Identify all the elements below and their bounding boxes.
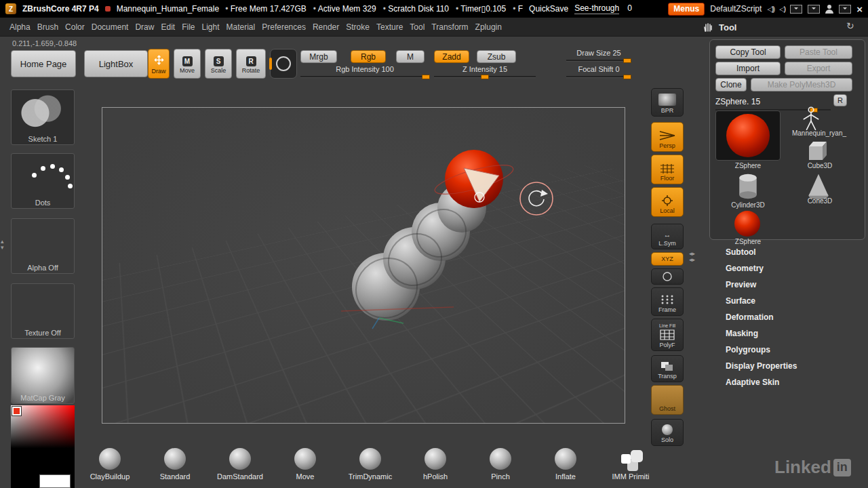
local-button[interactable]: Local bbox=[651, 187, 684, 217]
copy-tool-button[interactable]: Copy Tool bbox=[715, 45, 781, 59]
texture-thumbnail[interactable]: Texture Off bbox=[11, 283, 75, 339]
user-icon[interactable] bbox=[825, 5, 833, 14]
brush-item[interactable]: Move bbox=[275, 445, 335, 488]
close-icon[interactable]: × bbox=[856, 3, 863, 14]
display-capture-icon[interactable] bbox=[790, 5, 802, 14]
menu-item[interactable]: Zplugin bbox=[475, 22, 502, 32]
material-thumbnail[interactable]: MatCap Gray bbox=[11, 347, 75, 404]
menus-button[interactable]: Menus bbox=[668, 3, 705, 16]
tool-section[interactable]: Surface bbox=[709, 293, 865, 309]
menu-item[interactable]: Color bbox=[65, 22, 85, 32]
stroke-thumbnail[interactable]: Sketch 1 bbox=[11, 89, 75, 145]
tool-section[interactable]: Deformation bbox=[709, 309, 865, 325]
home-page-button[interactable]: Home Page bbox=[11, 50, 76, 77]
tool-section[interactable]: Subtool bbox=[709, 244, 865, 260]
rgb-button[interactable]: Rgb bbox=[351, 50, 386, 63]
scale-mode-button[interactable]: S Scale bbox=[205, 49, 232, 79]
z-intensity-slider[interactable]: Z Intensity 15 bbox=[434, 65, 536, 77]
brush-item[interactable]: Inflate bbox=[536, 445, 595, 488]
slider-handle[interactable] bbox=[623, 75, 631, 79]
rotate-gizmo[interactable] bbox=[520, 182, 553, 215]
right-tray-handle[interactable]: ◂▸◂▸ bbox=[689, 251, 695, 263]
brush-item[interactable]: IMM Primiti bbox=[601, 445, 660, 488]
focal-shift-slider[interactable]: Focal Shift 0 bbox=[566, 65, 631, 77]
menu-item[interactable]: Material bbox=[226, 22, 256, 32]
brush-item[interactable]: hPolish bbox=[406, 445, 465, 488]
zsub-button[interactable]: Zsub bbox=[477, 50, 516, 63]
bpr-button[interactable]: BPR bbox=[651, 88, 684, 117]
menu-item[interactable]: Transform bbox=[431, 22, 468, 32]
viewport-canvas[interactable] bbox=[102, 107, 625, 424]
brush-item[interactable]: Standard bbox=[145, 445, 205, 488]
menu-item[interactable]: Render bbox=[313, 22, 339, 32]
left-tray-handle[interactable]: ▴▾ bbox=[1, 239, 4, 251]
frame-button[interactable]: Frame bbox=[651, 287, 684, 316]
see-through-slider[interactable]: See-through 0 bbox=[574, 3, 632, 14]
tool-section[interactable]: Polygroups bbox=[709, 342, 865, 358]
menu-item[interactable]: Texture bbox=[376, 22, 403, 32]
solo-button[interactable]: Solo bbox=[651, 419, 684, 446]
current-brush-button[interactable] bbox=[270, 49, 297, 79]
brush-item[interactable]: Pinch bbox=[471, 445, 530, 488]
tool-palette-header[interactable]: Tool bbox=[703, 18, 736, 37]
cylinder3d-tool-thumbnail[interactable] bbox=[734, 173, 762, 203]
workspace-icon[interactable] bbox=[839, 5, 851, 14]
move-mode-button[interactable]: M Move bbox=[174, 49, 201, 79]
draw-size-slider[interactable]: Draw Size 25 bbox=[566, 49, 631, 61]
tool-section[interactable]: Geometry bbox=[709, 260, 865, 277]
slider-handle[interactable] bbox=[623, 58, 631, 63]
menu-item[interactable]: Brush bbox=[37, 22, 58, 32]
make-polymesh3d-button[interactable]: Make PolyMesh3D bbox=[751, 78, 852, 92]
m-button[interactable]: M bbox=[396, 50, 425, 63]
menu-item[interactable]: Document bbox=[92, 22, 129, 32]
persp-button[interactable]: Persp bbox=[651, 122, 684, 152]
menu-item[interactable]: Preferences bbox=[262, 22, 306, 32]
menu-item[interactable]: Alpha bbox=[9, 22, 31, 32]
rgb-intensity-slider[interactable]: Rgb Intensity 100 bbox=[300, 65, 429, 77]
brush-item[interactable]: DamStandard bbox=[210, 445, 270, 488]
menu-item[interactable]: Stroke bbox=[346, 22, 370, 32]
spin-button[interactable] bbox=[651, 268, 684, 285]
floor-button[interactable]: Floor bbox=[651, 155, 684, 184]
menu-item[interactable]: Light bbox=[202, 22, 220, 32]
tool-section[interactable]: Preview bbox=[709, 277, 865, 293]
quicksave-button[interactable]: QuickSave bbox=[529, 4, 568, 14]
refresh-icon[interactable]: ↻ bbox=[846, 20, 854, 31]
stroke-dots-thumbnail[interactable]: Dots bbox=[11, 153, 75, 209]
slider-handle[interactable] bbox=[481, 75, 489, 79]
menu-item[interactable]: Draw bbox=[135, 22, 154, 32]
restore-button[interactable]: R bbox=[833, 94, 847, 106]
display-export-icon[interactable] bbox=[808, 5, 820, 14]
ghost-button[interactable]: Ghost bbox=[651, 385, 684, 415]
xyz-button[interactable]: XYZ bbox=[651, 252, 684, 266]
selected-color-swatch[interactable] bbox=[12, 407, 21, 415]
audio-record-icon[interactable]: ◁) bbox=[779, 3, 785, 14]
draw-mode-button[interactable]: Draw bbox=[148, 49, 170, 79]
clone-button[interactable]: Clone bbox=[715, 78, 747, 92]
lsym-button[interactable]: ↔ L.Sym bbox=[651, 224, 684, 249]
cube3d-tool-thumbnail[interactable] bbox=[805, 139, 829, 165]
brush-item[interactable]: ClayBuildup bbox=[80, 445, 140, 488]
slider-handle[interactable] bbox=[422, 75, 430, 79]
menu-item[interactable]: Edit bbox=[161, 22, 175, 32]
zscript-button[interactable]: DefaultZScript bbox=[710, 4, 762, 14]
export-button[interactable]: Export bbox=[785, 62, 852, 75]
brush-item[interactable]: TrimDynamic bbox=[340, 445, 400, 488]
menu-item[interactable]: File bbox=[182, 22, 195, 32]
import-button[interactable]: Import bbox=[715, 62, 781, 75]
tool-section[interactable]: Display Properties bbox=[709, 358, 865, 374]
tool-section[interactable]: Adaptive Skin bbox=[709, 374, 865, 390]
active-tool-thumbnail[interactable] bbox=[715, 110, 781, 161]
menu-item[interactable]: Tool bbox=[410, 22, 425, 32]
alpha-thumbnail[interactable]: Alpha Off bbox=[11, 218, 75, 274]
zadd-button[interactable]: Zadd bbox=[434, 50, 469, 63]
audio-icon[interactable]: ◁)) bbox=[767, 3, 774, 14]
rotate-mode-button[interactable]: R Rotate bbox=[236, 49, 266, 79]
polyf-button[interactable]: Line Fill PolyF bbox=[651, 319, 684, 351]
lightbox-button[interactable]: LightBox bbox=[84, 50, 148, 77]
secondary-color-swatch[interactable] bbox=[39, 474, 71, 488]
mrgb-button[interactable]: Mrgb bbox=[300, 50, 337, 63]
tool-section[interactable]: Masking bbox=[709, 325, 865, 342]
transp-button[interactable]: Transp bbox=[651, 355, 684, 382]
paste-tool-button[interactable]: Paste Tool bbox=[785, 45, 852, 59]
